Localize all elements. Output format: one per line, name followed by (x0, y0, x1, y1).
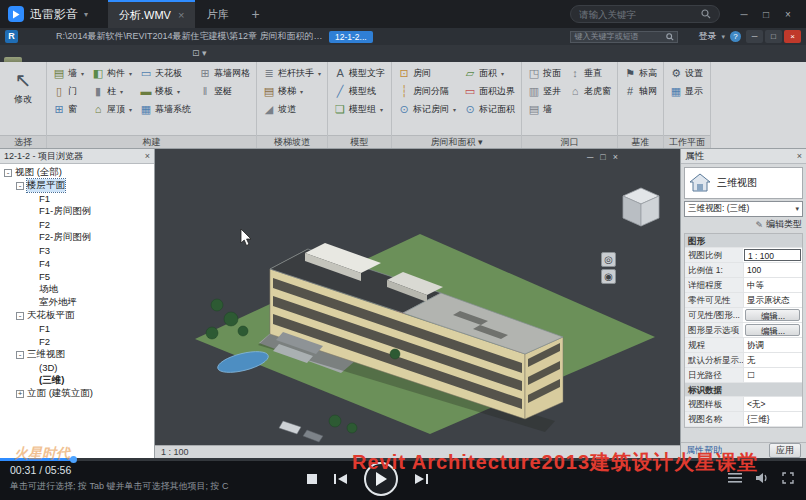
property-value[interactable]: 1 : 100 (744, 249, 801, 261)
ribbon-button[interactable]: ⚙ 设置 (667, 64, 706, 82)
maximize-button[interactable]: □ (756, 5, 776, 23)
ribbon-button[interactable]: ⌂ 屋顶 (89, 100, 135, 118)
type-selector-dropdown[interactable]: 三维视图: (三维) ▾ (684, 201, 803, 217)
tree-item[interactable]: - 楼层平面 (0, 179, 154, 192)
ribbon-button[interactable]: ↕ 垂直 (566, 64, 614, 82)
player-menu-arrow-icon[interactable]: ▾ (84, 10, 88, 19)
property-row[interactable]: 图形 (685, 234, 802, 248)
ribbon-button[interactable]: ▦ 幕墙系统 (137, 100, 194, 118)
property-row[interactable]: 规程 协调 (685, 338, 802, 353)
infocenter-search-input[interactable] (574, 32, 664, 41)
view-close-button[interactable]: × (613, 152, 618, 162)
ribbon-panel-label[interactable]: 洞口 (522, 135, 617, 148)
ribbon-button[interactable]: ▬ 楼板 (137, 82, 194, 100)
ribbon-panel-label[interactable]: 基准 (618, 135, 663, 148)
ribbon-button[interactable]: ⊙ 标记房间 (395, 100, 459, 118)
property-row[interactable]: 零件可见性 显示原状态 (685, 293, 802, 308)
property-value[interactable]: 显示原状态 (743, 293, 802, 307)
tree-item[interactable]: F1 (0, 322, 154, 335)
property-row[interactable]: 日光路径 ☐ (685, 368, 802, 383)
property-value[interactable]: 编辑... (745, 324, 800, 336)
ribbon-panel-label[interactable]: 选择 (0, 135, 46, 148)
property-value[interactable]: 协调 (743, 338, 802, 352)
property-row[interactable]: 比例值 1: 100 (685, 263, 802, 278)
property-row[interactable]: 视图比例 1 : 100 (685, 248, 802, 263)
property-row[interactable]: 标识数据 (685, 383, 802, 397)
tree-expander-icon[interactable]: - (16, 351, 24, 359)
ribbon-options-icon[interactable]: ⊡ ▾ (192, 48, 207, 62)
infocenter-search[interactable] (570, 31, 678, 43)
ribbon-button[interactable]: ⊡ 房间 (395, 64, 459, 82)
zoom-icon[interactable]: ◉ (601, 269, 616, 284)
ribbon-button[interactable]: ⚑ 标高 (621, 64, 660, 82)
property-row[interactable]: 视图名称 {三维} (685, 412, 802, 427)
ribbon-button[interactable]: ╱ 模型线 (331, 82, 388, 100)
ribbon-button[interactable]: ◧ 构件 (89, 64, 135, 82)
revit-minimize-button[interactable]: ─ (746, 30, 763, 43)
ribbon-button[interactable]: ▮ 柱 (89, 82, 135, 100)
property-row[interactable]: 图形显示选项 编辑... (685, 323, 802, 338)
ribbon-button[interactable]: ⊞ 窗 (50, 100, 87, 118)
tree-expander-icon[interactable]: - (16, 312, 24, 320)
minimize-button[interactable]: ─ (734, 5, 754, 23)
tree-item[interactable]: F2-房间图例 (0, 231, 154, 244)
ribbon-button[interactable]: ▱ 面积 (461, 64, 518, 82)
viewcube[interactable] (614, 183, 668, 231)
ribbon-button[interactable]: # 轴网 (621, 82, 660, 100)
steering-wheel-icon[interactable]: ◎ (601, 252, 616, 267)
property-value[interactable]: 无 (743, 353, 802, 367)
tree-expander-icon[interactable]: - (16, 182, 24, 190)
panel-close-icon[interactable]: × (145, 151, 150, 161)
tree-item[interactable]: (三维) (0, 374, 154, 387)
ribbon-button[interactable]: ◢ 坡道 (260, 100, 324, 118)
ribbon-panel-label[interactable]: 模型 (328, 135, 391, 148)
ribbon-button[interactable]: ⊙ 标记面积 (461, 100, 518, 118)
tree-item[interactable]: F5 (0, 270, 154, 283)
modify-button[interactable]: ↖ 修改 (3, 64, 43, 106)
tree-item[interactable]: F2 (0, 335, 154, 348)
player-tab[interactable]: 片库 (195, 0, 239, 28)
ribbon-button[interactable]: ‖ 竖梃 (196, 82, 253, 100)
tree-item[interactable]: 室外地坪 (0, 296, 154, 309)
tree-item[interactable]: F1-房间图例 (0, 205, 154, 218)
property-value[interactable]: 中等 (743, 278, 802, 292)
player-search-input[interactable] (579, 9, 697, 20)
ribbon-button[interactable]: ▭ 面积边界 (461, 82, 518, 100)
property-value[interactable]: ☐ (743, 368, 802, 382)
help-icon[interactable]: ? (730, 31, 741, 42)
property-value[interactable]: <无> (743, 397, 802, 411)
ribbon-button[interactable]: ⌂ 老虎窗 (566, 82, 614, 100)
tree-item[interactable]: - 天花板平面 (0, 309, 154, 322)
ribbon-panel-label[interactable]: 工作平面 (664, 135, 710, 148)
player-search[interactable] (570, 5, 720, 23)
property-value[interactable]: 100 (743, 263, 802, 277)
ribbon-button[interactable]: ▤ 墙 (525, 100, 564, 118)
view-minimize-button[interactable]: ─ (587, 152, 593, 162)
login-arrow-icon[interactable]: ▾ (721, 33, 725, 41)
tree-expander-icon[interactable]: - (4, 169, 12, 177)
login-button[interactable]: 登录 (698, 30, 716, 43)
scale-indicator[interactable]: 1 : 100 (161, 447, 189, 457)
tree-expander-icon[interactable]: + (16, 390, 24, 398)
close-button[interactable]: × (778, 5, 798, 23)
property-row[interactable]: 视图样板 <无> (685, 397, 802, 412)
previous-button[interactable] (334, 473, 348, 485)
ribbon-button[interactable]: ┆ 房间分隔 (395, 82, 459, 100)
ribbon-button[interactable]: ▤ 楼梯 (260, 82, 324, 100)
tree-item[interactable]: + 立面 (建筑立面) (0, 387, 154, 400)
player-app-name[interactable]: 迅雷影音 (30, 6, 78, 23)
drawing-area[interactable]: ─ □ × ◎ ◉ 1 : 100 (155, 149, 680, 458)
ribbon-panel-label[interactable]: 构建 (47, 135, 256, 148)
ribbon-button[interactable]: A 模型文字 (331, 64, 388, 82)
edit-type-button[interactable]: ✎ 编辑类型 (681, 217, 806, 232)
tree-item[interactable]: F3 (0, 244, 154, 257)
tab-close-icon[interactable]: × (178, 9, 184, 21)
property-row[interactable]: 详细程度 中等 (685, 278, 802, 293)
tree-item[interactable]: (3D) (0, 361, 154, 374)
ribbon-button[interactable]: ⊞ 幕墙网格 (196, 64, 253, 82)
property-row[interactable]: 默认分析显示... 无 (685, 353, 802, 368)
fullscreen-icon[interactable] (782, 472, 794, 484)
view-restore-button[interactable]: □ (600, 152, 605, 162)
ribbon-panel-label[interactable]: 楼梯坡道 (257, 135, 327, 148)
player-logo-icon[interactable] (8, 6, 24, 22)
